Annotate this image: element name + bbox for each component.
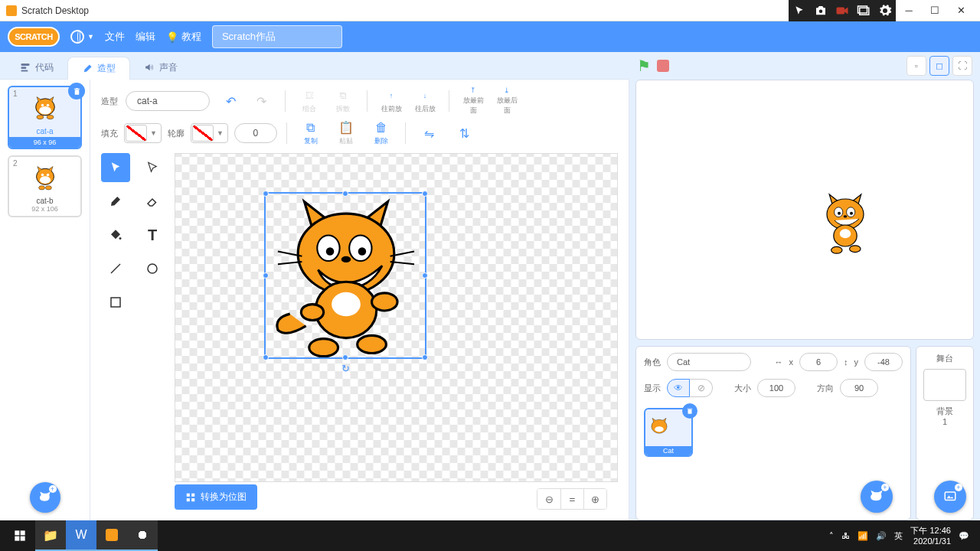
minimize-button[interactable]: ─ xyxy=(903,5,914,16)
costume-thumb-1[interactable]: 1 cat-a 96 x 96 xyxy=(8,86,82,149)
clock[interactable]: 下午 12:46 2020/1/31 xyxy=(910,525,951,547)
hide-sprite-button[interactable]: ⊘ xyxy=(690,379,713,397)
sprite-direction-input[interactable]: 90 xyxy=(840,379,878,397)
fill-color-picker[interactable]: ▼ xyxy=(124,123,162,143)
eraser-tool[interactable] xyxy=(138,187,167,216)
stage-thumb[interactable] xyxy=(923,369,966,401)
record-icon[interactable] xyxy=(835,3,850,18)
scratch-logo[interactable]: SCRATCH xyxy=(8,27,60,47)
gear-icon[interactable] xyxy=(877,3,893,18)
volume-icon[interactable]: 🔊 xyxy=(876,531,887,541)
gallery-icon[interactable] xyxy=(856,3,871,18)
project-name-input[interactable]: Scratch作品 xyxy=(212,25,342,48)
line-tool[interactable] xyxy=(101,254,130,283)
costume-name-input[interactable] xyxy=(126,91,210,111)
tab-sounds[interactable]: 声音 xyxy=(130,56,191,79)
oval-tool[interactable] xyxy=(138,254,167,283)
outline-width-input[interactable] xyxy=(234,123,277,143)
large-stage-button[interactable]: ◻ xyxy=(929,56,949,76)
explorer-icon[interactable]: 📁 xyxy=(35,520,66,551)
size-label: 大小 xyxy=(734,383,751,394)
group-button[interactable]: ⿴组合 xyxy=(296,88,322,114)
stage-sprite-cat[interactable] xyxy=(815,189,876,258)
menu-edit[interactable]: 编辑 xyxy=(136,30,155,44)
zoom-out-button[interactable]: ⊖ xyxy=(537,489,560,509)
camera-icon[interactable] xyxy=(813,3,828,18)
notification-icon[interactable]: 💬 xyxy=(959,531,969,541)
stop-button[interactable] xyxy=(657,60,669,72)
sprite-y-input[interactable]: -48 xyxy=(864,353,903,371)
reshape-tool[interactable] xyxy=(138,153,167,182)
cursor-icon[interactable] xyxy=(792,3,807,18)
menu-tutorials[interactable]: 💡教程 xyxy=(166,30,201,44)
add-costume-button[interactable]: + xyxy=(30,482,60,513)
svg-point-19 xyxy=(119,237,122,240)
language-menu[interactable]: ▼ xyxy=(70,30,94,44)
select-tool[interactable] xyxy=(101,153,130,182)
undo-button[interactable]: ↶ xyxy=(217,88,243,114)
wifi-icon[interactable]: 📶 xyxy=(858,531,868,541)
back-button[interactable]: ⤓放最后面 xyxy=(494,88,520,114)
start-button[interactable] xyxy=(5,520,35,551)
zoom-in-button[interactable]: ⊕ xyxy=(583,489,606,509)
bitmap-icon xyxy=(185,492,196,503)
paste-button[interactable]: 📋粘贴 xyxy=(332,120,361,146)
rotate-handle-icon[interactable]: ↻ xyxy=(341,363,350,374)
plus-icon: + xyxy=(881,484,889,491)
zoom-reset-button[interactable]: = xyxy=(560,489,583,509)
convert-bitmap-button[interactable]: 转换为位图 xyxy=(175,484,257,510)
ungroup-button[interactable]: ⿻拆散 xyxy=(330,88,356,114)
cat-head-icon xyxy=(38,491,52,504)
text-tool[interactable]: T xyxy=(138,220,167,249)
sprite-name-input[interactable]: Cat xyxy=(667,353,751,371)
tab-code[interactable]: 代码 xyxy=(6,56,67,79)
redo-button[interactable]: ↷ xyxy=(248,88,274,114)
backward-button[interactable]: ↓往后放 xyxy=(412,88,438,114)
scratch-taskbar-icon[interactable] xyxy=(96,520,127,551)
rect-tool[interactable] xyxy=(101,288,130,317)
small-stage-button[interactable]: ▫ xyxy=(906,56,926,76)
brush-tool[interactable] xyxy=(101,187,130,216)
flip-h-button[interactable]: ⇋ xyxy=(415,126,444,141)
sprite-thumb-cat[interactable]: Cat xyxy=(644,408,693,457)
direction-label: 方向 xyxy=(817,383,834,394)
paint-canvas[interactable]: ↻ xyxy=(175,153,618,482)
svg-point-48 xyxy=(844,215,848,217)
fill-swatch-icon xyxy=(126,125,147,142)
copy-button[interactable]: ⧉复制 xyxy=(296,121,325,146)
network-icon[interactable]: 🖧 xyxy=(841,531,850,540)
stage[interactable] xyxy=(635,80,974,340)
add-sprite-button[interactable]: + xyxy=(861,481,893,513)
costume-thumb-2[interactable]: 2 cat-b 92 x 106 xyxy=(8,155,82,217)
fullscreen-button[interactable]: ⛶ xyxy=(952,56,972,76)
fill-tool[interactable] xyxy=(101,220,130,249)
svg-rect-39 xyxy=(187,493,190,496)
svg-point-10 xyxy=(46,104,49,107)
close-button[interactable]: ✕ xyxy=(956,5,966,16)
delete-button[interactable]: 🗑删除 xyxy=(367,121,396,146)
tray-chevron-icon[interactable]: ˄ xyxy=(829,531,834,541)
svg-point-51 xyxy=(831,246,842,253)
delete-costume-icon[interactable] xyxy=(68,83,85,99)
sprite-size-input[interactable]: 100 xyxy=(757,379,795,397)
y-icon: ↕ xyxy=(844,357,848,367)
wps-icon[interactable]: W xyxy=(66,520,96,551)
tab-costumes[interactable]: 造型 xyxy=(67,57,130,80)
menu-file[interactable]: 文件 xyxy=(105,30,125,44)
flip-v-button[interactable]: ⇅ xyxy=(450,126,479,141)
selection-box[interactable]: ↻ xyxy=(264,192,426,359)
forward-button[interactable]: ↑往前放 xyxy=(378,88,404,114)
ime-indicator[interactable]: 英 xyxy=(894,530,903,542)
front-button[interactable]: ⤒放最前面 xyxy=(460,88,486,114)
cat-thumb-icon xyxy=(28,92,62,126)
maximize-button[interactable]: ☐ xyxy=(929,5,940,16)
green-flag-button[interactable]: ⚑ xyxy=(637,57,651,75)
recorder-icon[interactable]: ⏺ xyxy=(127,520,158,551)
sprite-x-input[interactable]: 6 xyxy=(799,353,838,371)
add-backdrop-button[interactable]: + xyxy=(934,481,966,513)
delete-sprite-icon[interactable] xyxy=(682,403,697,419)
tool-palette: T xyxy=(101,153,170,513)
outline-color-picker[interactable]: ▼ xyxy=(191,123,228,143)
show-sprite-button[interactable]: 👁 xyxy=(667,379,690,397)
outline-label: 轮廓 xyxy=(168,128,185,139)
